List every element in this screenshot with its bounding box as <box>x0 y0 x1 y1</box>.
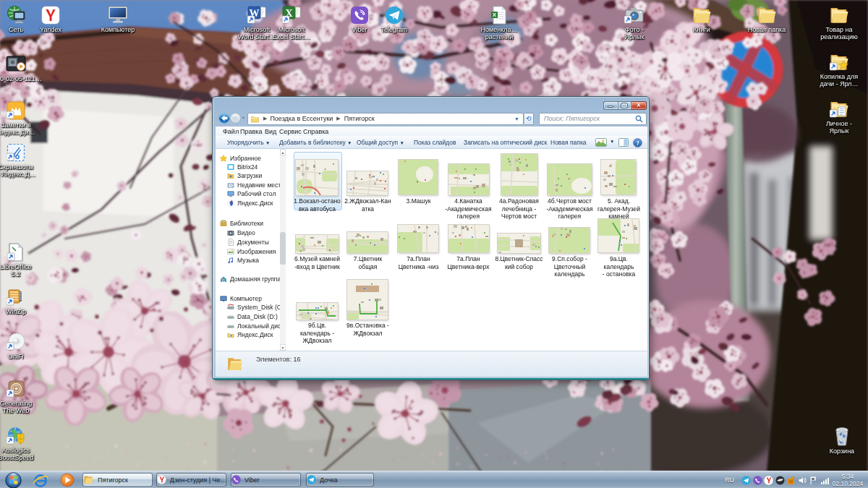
svg-text:?: ? <box>636 139 639 146</box>
svg-text:X: X <box>493 12 497 18</box>
